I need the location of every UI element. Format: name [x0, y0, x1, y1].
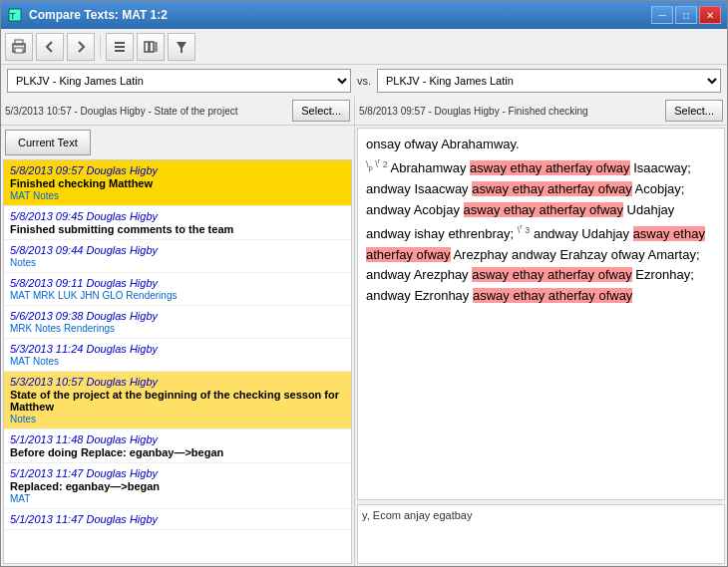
history-title: Before doing Replace: eganbay—>began: [10, 446, 345, 458]
highlighted-text: asway ethay atherfay ofway: [366, 226, 705, 262]
columns-button[interactable]: [137, 33, 165, 61]
verse-marker: \p \r 2: [366, 159, 388, 169]
panels: 5/3/2013 10:57 - Douglas Higby - State o…: [1, 97, 727, 566]
list-item[interactable]: 5/6/2013 09:38 Douglas Higby MRK Notes R…: [4, 306, 351, 339]
history-title: State of the project at the beginning of…: [10, 389, 345, 413]
list-button[interactable]: [106, 33, 134, 61]
right-select-button[interactable]: Select...: [665, 100, 723, 122]
history-date: 5/8/2013 09:44 Douglas Higby: [10, 244, 345, 256]
list-item[interactable]: 5/1/2013 11:48 Douglas Higby Before doin…: [4, 429, 351, 463]
list-item[interactable]: 5/8/2013 09:45 Douglas Higby Finished su…: [4, 206, 351, 240]
history-date: 5/8/2013 09:57 Douglas Higby: [10, 164, 345, 176]
svg-marker-12: [177, 42, 186, 53]
list-item[interactable]: 5/3/2013 11:24 Douglas Higby MAT Notes: [4, 339, 351, 372]
list-item[interactable]: 5/8/2013 09:44 Douglas Higby Notes: [4, 240, 351, 273]
history-date: 5/1/2013 11:48 Douglas Higby: [10, 433, 345, 445]
history-tags: MAT Notes: [10, 190, 345, 201]
highlighted-text: asway ethay atherfay ofway: [464, 202, 623, 217]
highlighted-text: asway ethay atherfay ofway: [473, 288, 632, 303]
left-panel: 5/3/2013 10:57 - Douglas Higby - State o…: [1, 97, 355, 566]
right-panel: 5/8/2013 09:57 - Douglas Higby - Finishe…: [355, 97, 727, 566]
main-content: PLKJV - King James Latin vs. PLKJV - Kin…: [1, 65, 727, 566]
history-title: Finished submitting comments to the team: [10, 223, 345, 235]
svg-text:T: T: [10, 11, 16, 21]
list-item[interactable]: 5/1/2013 11:47 Douglas Higby Replaced: e…: [4, 463, 351, 509]
back-button[interactable]: [36, 33, 64, 61]
toolbar: [1, 29, 727, 65]
forward-button[interactable]: [67, 33, 95, 61]
history-date: 5/3/2013 11:24 Douglas Higby: [10, 343, 345, 355]
history-tags: MAT Notes: [10, 356, 345, 367]
right-passage-bar: 5/8/2013 09:57 - Douglas Higby - Finishe…: [355, 97, 727, 126]
window-controls: ─ □ ✕: [651, 6, 721, 24]
svg-rect-8: [145, 42, 149, 52]
history-date: 5/1/2013 11:47 Douglas Higby: [10, 513, 345, 525]
svg-rect-5: [115, 42, 125, 44]
main-window: T Compare Texts: MAT 1:2 ─ □ ✕: [0, 0, 728, 567]
title-bar: T Compare Texts: MAT 1:2 ─ □ ✕: [1, 1, 727, 29]
svg-rect-9: [150, 42, 154, 52]
maximize-button[interactable]: □: [675, 6, 697, 24]
filter-button[interactable]: [168, 33, 195, 61]
window-title: Compare Texts: MAT 1:2: [29, 8, 651, 22]
history-title: Replaced: eganbay—>began: [10, 480, 345, 492]
svg-rect-4: [15, 48, 23, 53]
bottom-text-content: y, Ecom anjay egatbay: [362, 509, 472, 521]
window-icon: T: [7, 7, 23, 23]
history-tags: MAT MRK LUK JHN GLO Renderings: [10, 290, 345, 301]
history-date: 5/8/2013 09:11 Douglas Higby: [10, 277, 345, 289]
left-passage-text: 5/3/2013 10:57 - Douglas Higby - State o…: [5, 106, 288, 117]
text-content: onsay ofway Abrahamway. \p \r 2 Abrahamw…: [366, 137, 705, 303]
bottom-text-area: y, Ecom anjay egatbay: [357, 504, 725, 564]
version-bar: PLKJV - King James Latin vs. PLKJV - Kin…: [1, 65, 727, 97]
right-passage-text: 5/8/2013 09:57 - Douglas Higby - Finishe…: [359, 106, 661, 117]
svg-rect-7: [115, 50, 125, 52]
close-button[interactable]: ✕: [699, 6, 721, 24]
current-text-button[interactable]: Current Text: [5, 130, 91, 155]
text-display[interactable]: onsay ofway Abrahamway. \p \r 2 Abrahamw…: [357, 128, 725, 500]
list-item[interactable]: 5/8/2013 09:11 Douglas Higby MAT MRK LUK…: [4, 273, 351, 306]
minimize-button[interactable]: ─: [651, 6, 673, 24]
toolbar-separator-1: [100, 35, 101, 59]
left-select-button[interactable]: Select...: [292, 100, 350, 122]
history-date: 5/1/2013 11:47 Douglas Higby: [10, 467, 345, 479]
history-list[interactable]: 5/8/2013 09:57 Douglas Higby Finished ch…: [3, 159, 352, 564]
left-version-select[interactable]: PLKJV - King James Latin: [7, 69, 351, 93]
highlighted-text: asway ethay atherfay ofway: [472, 181, 631, 196]
list-item[interactable]: 5/8/2013 09:57 Douglas Higby Finished ch…: [4, 160, 351, 206]
history-title: Finished checking Matthew: [10, 177, 345, 189]
history-tags: Notes: [10, 257, 345, 268]
history-date: 5/8/2013 09:45 Douglas Higby: [10, 210, 345, 222]
history-tags: MAT: [10, 493, 345, 504]
history-tags: Notes: [10, 414, 345, 425]
highlighted-text: asway ethay atherfay ofway: [472, 267, 631, 282]
vs-label: vs.: [357, 75, 371, 87]
print-button[interactable]: [5, 33, 33, 61]
verse-marker-3: \r 3: [518, 225, 531, 235]
history-date: 5/3/2013 10:57 Douglas Higby: [10, 376, 345, 388]
list-item[interactable]: 5/3/2013 10:57 Douglas Higby State of th…: [4, 372, 351, 429]
history-tags: MRK Notes Renderings: [10, 323, 345, 334]
left-passage-bar: 5/3/2013 10:57 - Douglas Higby - State o…: [1, 97, 354, 126]
history-date: 5/6/2013 09:38 Douglas Higby: [10, 310, 345, 322]
list-item[interactable]: 5/1/2013 11:47 Douglas Higby: [4, 509, 351, 530]
right-version-select[interactable]: PLKJV - King James Latin: [377, 69, 721, 93]
highlighted-text: asway ethay atherfay ofway: [470, 160, 629, 175]
svg-rect-6: [115, 46, 125, 48]
